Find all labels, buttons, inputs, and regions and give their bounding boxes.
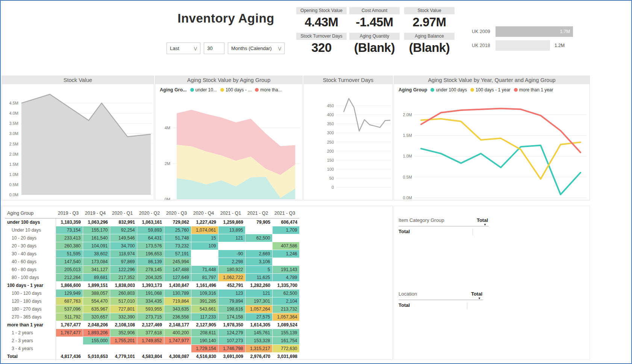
matrix-cell[interactable]: 180,922 — [218, 266, 245, 274]
matrix-cell[interactable]: 719,864 — [164, 297, 191, 305]
matrix-cell[interactable]: 155,139 — [272, 329, 299, 337]
matrix-cell[interactable]: 27,575 — [245, 313, 272, 321]
matrix-cell[interactable]: 1,746,798 — [218, 345, 245, 353]
matrix-cell[interactable]: 117,233 — [191, 313, 218, 321]
matrix-cell[interactable]: 1,838,003 — [110, 282, 137, 290]
matrix-cell[interactable]: 687,763 — [56, 297, 83, 305]
matrix-row-label[interactable]: under 100 days — [5, 218, 56, 226]
matrix-cell[interactable]: 2,298 — [218, 258, 245, 266]
matrix-cell[interactable]: 109,316 — [191, 290, 218, 297]
matrix-cell[interactable]: 155,000 — [83, 337, 110, 345]
matrix-column-header[interactable]: 2020 - Q3 — [164, 208, 191, 218]
matrix-cell[interactable]: 2,127,905 — [191, 321, 218, 329]
matrix-cell[interactable] — [245, 226, 272, 234]
matrix-cell[interactable]: 73,154 — [56, 226, 83, 234]
matrix-cell[interactable]: 391,285 — [191, 297, 218, 305]
matrix-cell[interactable]: 62,500 — [245, 234, 272, 242]
matrix-corner-header[interactable]: Aging Group — [5, 208, 56, 218]
matrix-column-header[interactable]: 2021 - Q2 — [245, 208, 272, 218]
matrix-cell[interactable]: 130,789 — [164, 290, 191, 297]
matrix-cell[interactable]: 25,760 — [164, 226, 191, 234]
matrix-cell[interactable]: 245,994 — [164, 258, 191, 266]
matrix-cell[interactable]: 400,200 — [164, 329, 191, 337]
table-row[interactable]: Total — [399, 226, 489, 235]
matrix-row-label[interactable]: Total — [5, 353, 56, 361]
matrix-cell[interactable]: 191,143 — [272, 266, 299, 274]
matrix-cell[interactable]: 377,618 — [137, 329, 164, 337]
matrix-cell[interactable]: 772,630 — [272, 345, 299, 353]
matrix-cell[interactable]: 147,540 — [56, 258, 83, 266]
matrix-cell[interactable]: 124,279 — [218, 329, 245, 337]
matrix-cell[interactable] — [272, 258, 299, 266]
matrix-cell[interactable]: 1,430,847 — [164, 282, 191, 290]
table-row[interactable]: Total — [399, 300, 483, 309]
matrix-cell[interactable]: 51,748 — [164, 234, 191, 242]
matrix-cell[interactable]: 71,448 — [191, 266, 218, 274]
matrix-column-header[interactable]: 2020 - Q4 — [191, 208, 218, 218]
matrix-cell[interactable]: 2,148,177 — [164, 321, 191, 329]
matrix-cell[interactable]: 729,062 — [164, 218, 191, 226]
matrix-cell[interactable]: 198,616 — [218, 305, 245, 313]
matrix-cell[interactable]: 161,754 — [272, 337, 299, 345]
matrix-cell[interactable] — [83, 345, 110, 353]
matrix-cell[interactable] — [191, 250, 218, 258]
matrix-cell[interactable] — [272, 234, 299, 242]
matrix-row-label[interactable]: Under 10 days — [5, 226, 56, 234]
matrix-cell[interactable]: 197,301 — [245, 297, 272, 305]
matrix-cell[interactable]: 1,063,161 — [137, 218, 164, 226]
matrix-row-label[interactable]: 60 - 80 days — [5, 266, 56, 274]
matrix-row-label[interactable]: 270 - 365 days — [5, 313, 56, 321]
matrix-cell[interactable]: 212,264 — [56, 274, 83, 282]
matrix-cell[interactable]: 1,057,264 — [245, 305, 272, 313]
total-column-header[interactable]: Total ▼ — [471, 291, 483, 297]
matrix-cell[interactable]: 62,500 — [272, 290, 299, 297]
matrix-cell[interactable]: 153,328 — [245, 337, 272, 345]
matrix-column-header[interactable]: 2019 - Q3 — [56, 208, 83, 218]
matrix-cell[interactable]: 51,595 — [56, 250, 83, 258]
matrix-cell[interactable]: 15 — [191, 234, 218, 242]
matrix-cell[interactable]: 2,669 — [245, 250, 272, 258]
matrix-cell[interactable]: 1,246 — [272, 250, 299, 258]
matrix-cell[interactable]: 11,625 — [245, 274, 272, 282]
matrix-cell[interactable]: 260,380 — [56, 242, 83, 250]
matrix-row-label[interactable]: 40 - 60 days — [5, 258, 56, 266]
matrix-row-label[interactable]: 3 - 4 years — [5, 345, 56, 353]
matrix-cell[interactable]: 213,732 — [272, 305, 299, 313]
matrix-cell[interactable]: 1,057,364 — [272, 313, 299, 321]
matrix-cell[interactable]: 407,586 — [272, 242, 299, 250]
matrix-cell[interactable]: 343,635 — [164, 305, 191, 313]
slicer-operator-dropdown[interactable]: Last ⋁ — [167, 42, 200, 54]
matrix-cell[interactable]: 1,709 — [272, 226, 299, 234]
matrix-cell[interactable]: 89,681 — [83, 274, 110, 282]
matrix-cell[interactable]: 59,893 — [137, 226, 164, 234]
matrix-cell[interactable]: 123 — [218, 290, 245, 297]
matrix-cell[interactable]: 208,611 — [191, 329, 218, 337]
matrix-cell[interactable]: 593,955 — [137, 305, 164, 313]
matrix-cell[interactable] — [56, 345, 83, 353]
bar-uk-2018[interactable] — [496, 40, 550, 51]
legend-item[interactable]: under 10... — [190, 87, 217, 93]
matrix-cell[interactable]: 57,191 — [164, 250, 191, 258]
matrix-cell[interactable]: 129,949 — [56, 290, 83, 297]
matrix-cell[interactable]: 332,390 — [110, 313, 137, 321]
matrix-cell[interactable]: 606,474 — [272, 218, 299, 226]
matrix-cell[interactable]: 341,127 — [83, 266, 110, 274]
matrix-row-label[interactable]: 100 - 120 days — [5, 290, 56, 297]
matrix-cell[interactable]: 1,614,305 — [245, 321, 272, 329]
matrix-cell[interactable]: 1,063,296 — [83, 218, 110, 226]
matrix-cell[interactable] — [137, 345, 164, 353]
matrix-row-label[interactable]: more than 1 year — [5, 321, 56, 329]
matrix-cell[interactable]: 64,431 — [137, 234, 164, 242]
matrix-cell[interactable]: 1,282,260 — [245, 282, 272, 290]
matrix-cell[interactable]: 3,691,009 — [218, 353, 245, 361]
matrix-cell[interactable]: 3,031,698 — [272, 353, 299, 361]
matrix-cell[interactable]: 4,308,087 — [164, 353, 191, 361]
matrix-cell[interactable]: 2,976,470 — [245, 353, 272, 361]
matrix-cell[interactable]: 121 — [218, 234, 245, 242]
matrix-cell[interactable]: 517,010 — [110, 297, 137, 305]
matrix-cell[interactable]: 4,516,830 — [191, 353, 218, 361]
matrix-cell[interactable]: 554,470 — [83, 297, 110, 305]
matrix-cell[interactable]: 73,232 — [164, 242, 191, 250]
legend-item[interactable]: more tha... — [255, 87, 282, 93]
matrix-cell[interactable]: 1,335,700 — [272, 282, 299, 290]
